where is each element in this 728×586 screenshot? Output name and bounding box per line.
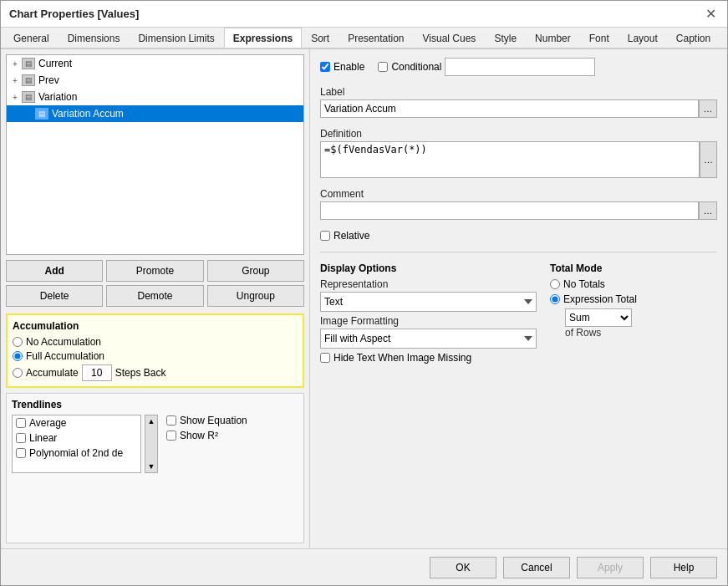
label-input[interactable] <box>320 99 699 118</box>
expand-icon[interactable]: + <box>10 92 20 102</box>
conditional-input[interactable] <box>445 58 595 76</box>
full-accumulation-row: Full Accumulation <box>13 350 298 362</box>
expression-total-label: Expression Total <box>563 293 637 305</box>
expression-total-radio[interactable] <box>550 294 560 304</box>
tab-presentation[interactable]: Presentation <box>339 28 413 49</box>
button-row-1: Add Promote Group <box>6 260 304 282</box>
no-totals-row: No Totals <box>550 278 717 290</box>
comment-dots-button[interactable]: … <box>699 201 717 220</box>
promote-button[interactable]: Promote <box>106 260 203 282</box>
trendline-average[interactable]: Average <box>13 415 140 431</box>
main-content: + ▤ Current + ▤ Prev + ▤ Variation + ▤ <box>1 49 727 548</box>
tab-dimension-limits[interactable]: Dimension Limits <box>129 28 223 49</box>
trendline-scrollbar[interactable]: ▲ ▼ <box>145 415 158 473</box>
hide-text-label: Hide Text When Image Missing <box>333 352 471 364</box>
trendlines-section: Trendlines Average Linear <box>6 393 304 543</box>
scroll-up-icon[interactable]: ▲ <box>148 417 155 425</box>
representation-select[interactable]: Text Line Symbol Bar <box>320 292 537 312</box>
left-panel: + ▤ Current + ▤ Prev + ▤ Variation + ▤ <box>1 49 310 548</box>
tab-number[interactable]: Number <box>526 28 580 49</box>
sum-row: Sum Average <box>565 308 717 327</box>
item-icon: ▤ <box>22 58 35 69</box>
tree-item-prev[interactable]: + ▤ Prev <box>7 72 303 89</box>
tab-caption[interactable]: Caption <box>667 28 720 49</box>
polynomial-checkbox[interactable] <box>16 448 26 458</box>
tree-label: Prev <box>38 74 59 86</box>
enable-checkbox[interactable] <box>320 62 330 72</box>
trendline-polynomial[interactable]: Polynomial of 2nd de <box>13 446 140 461</box>
show-r2-label: Show R² <box>180 430 218 441</box>
average-checkbox[interactable] <box>16 418 26 428</box>
accumulate-radio[interactable] <box>13 368 23 378</box>
scroll-down-icon[interactable]: ▼ <box>148 462 155 471</box>
definition-input[interactable] <box>320 141 700 178</box>
trendline-options: Show Equation Show R² <box>166 415 247 473</box>
tab-general[interactable]: General <box>4 28 59 49</box>
definition-input-row: … <box>320 141 717 178</box>
display-options-section: Display Options Representation Text Line… <box>320 262 537 364</box>
hide-text-row: Hide Text When Image Missing <box>320 352 537 364</box>
full-accumulation-radio[interactable] <box>13 351 23 361</box>
relative-row: Relative <box>320 230 717 242</box>
representation-section: Representation Text Line Symbol Bar <box>320 278 537 312</box>
show-equation-row: Show Equation <box>166 415 247 426</box>
tree-label: Variation Accum <box>52 108 124 120</box>
sum-select[interactable]: Sum Average <box>565 308 632 327</box>
linear-checkbox[interactable] <box>16 433 26 443</box>
options-row: Display Options Representation Text Line… <box>320 262 717 364</box>
trendline-list[interactable]: Average Linear Polynomial of 2nd de <box>12 415 141 473</box>
tab-font[interactable]: Font <box>580 28 619 49</box>
expand-icon[interactable]: + <box>10 59 20 69</box>
tab-sort[interactable]: Sort <box>302 28 339 49</box>
cancel-button[interactable]: Cancel <box>503 557 570 578</box>
tree-item-variation[interactable]: + ▤ Variation <box>7 89 303 105</box>
no-accumulation-radio[interactable] <box>13 337 23 347</box>
trendline-linear[interactable]: Linear <box>13 431 140 446</box>
group-button[interactable]: Group <box>207 260 304 282</box>
item-icon: ▤ <box>22 91 35 103</box>
demote-button[interactable]: Demote <box>106 285 203 307</box>
tree-item-variation-accum[interactable]: + ▤ Variation Accum <box>7 105 303 122</box>
expression-tree[interactable]: + ▤ Current + ▤ Prev + ▤ Variation + ▤ <box>6 54 304 255</box>
no-accumulation-row: No Accumulation <box>13 336 298 348</box>
show-r2-checkbox[interactable] <box>166 431 176 441</box>
show-equation-checkbox[interactable] <box>166 415 176 425</box>
delete-button[interactable]: Delete <box>6 285 103 307</box>
image-formatting-section: Image Formatting Fill with Aspect Stretc… <box>320 315 537 349</box>
accumulation-section: Accumulation No Accumulation Full Accumu… <box>6 313 304 388</box>
tab-bar: General Dimensions Dimension Limits Expr… <box>1 28 727 49</box>
accumulation-label: Accumulation <box>13 320 298 332</box>
conditional-checkbox[interactable] <box>378 62 388 72</box>
no-totals-radio[interactable] <box>550 279 560 289</box>
ok-button[interactable]: OK <box>430 557 496 578</box>
of-rows-label: of Rows <box>565 327 717 339</box>
steps-input[interactable]: 10 <box>82 364 112 381</box>
close-button[interactable]: ✕ <box>702 6 719 23</box>
definition-section: Definition … <box>320 125 717 178</box>
tree-label: Variation <box>38 91 77 103</box>
apply-button[interactable]: Apply <box>577 557 644 578</box>
definition-field-label: Definition <box>320 128 717 140</box>
tab-visual-cues[interactable]: Visual Cues <box>414 28 486 49</box>
expand-icon[interactable]: + <box>10 75 20 85</box>
image-formatting-select[interactable]: Fill with Aspect Stretch Clip <box>320 329 537 349</box>
item-icon: ▤ <box>22 74 35 86</box>
tab-style[interactable]: Style <box>485 28 526 49</box>
add-button[interactable]: Add <box>6 260 103 282</box>
no-accumulation-label: No Accumulation <box>26 336 101 348</box>
relative-label: Relative <box>333 230 369 242</box>
hide-text-checkbox[interactable] <box>320 353 330 363</box>
tree-item-current[interactable]: + ▤ Current <box>7 55 303 72</box>
tab-dimensions[interactable]: Dimensions <box>59 28 130 49</box>
expression-total-row: Expression Total <box>550 293 717 305</box>
tab-layout[interactable]: Layout <box>619 28 667 49</box>
definition-dots-button[interactable]: … <box>700 141 717 178</box>
help-button[interactable]: Help <box>650 557 717 578</box>
comment-section: Comment … <box>320 185 717 220</box>
relative-checkbox[interactable] <box>320 231 330 241</box>
image-formatting-label: Image Formatting <box>320 315 537 327</box>
label-dots-button[interactable]: … <box>699 99 717 118</box>
tab-expressions[interactable]: Expressions <box>224 28 302 49</box>
comment-input[interactable] <box>320 201 699 220</box>
ungroup-button[interactable]: Ungroup <box>207 285 304 307</box>
